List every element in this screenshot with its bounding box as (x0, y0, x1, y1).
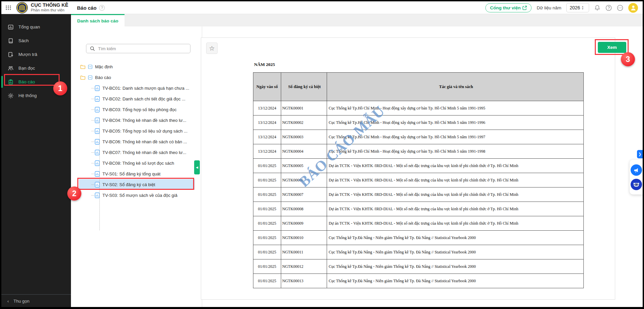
column-header-code: Số đăng ký cá biệt (281, 73, 327, 101)
cell-title: Cục Thống kê Tp.Đà Nẵng - Niên giám Thốn… (327, 259, 584, 274)
app-grid-icon[interactable] (5, 5, 11, 12)
search-input[interactable] (98, 46, 182, 51)
user-avatar[interactable] (628, 3, 638, 13)
page-title: Báo cáo (77, 5, 96, 11)
data-year-label: Dữ liệu năm (537, 5, 561, 10)
agency-logo-icon (16, 2, 28, 15)
sidebar-item-readers[interactable]: Bạn đọc (1, 61, 71, 75)
cell-date: 13/12/2024 (253, 115, 281, 130)
cell-date: 01/01/2025 (253, 187, 281, 202)
tree-report-label: TV-BC01: Danh sách mượn quá hạn chưa ... (102, 86, 189, 91)
notifications-bell-icon[interactable] (594, 5, 600, 11)
sidebar-item-reports[interactable]: Báo cáo (1, 75, 71, 89)
tree-report-label: TV-BC05: Tổng hợp số liệu sử dụng sách .… (102, 129, 187, 134)
sidebar-collapse-button[interactable]: ‹ Thu gọn (1, 294, 71, 304)
data-year-value[interactable] (567, 5, 581, 10)
library-portal-button[interactable]: Cổng thư viện (485, 3, 532, 12)
tree-report-item[interactable]: TV-BC08: Thống kê số lượt đọc sách (79, 158, 195, 168)
overview-chart-icon (8, 24, 14, 30)
cell-date: 01/01/2025 (253, 173, 281, 187)
chevron-left-icon: ‹ (7, 299, 9, 304)
star-icon: ☆ (209, 45, 215, 52)
sidebar-item-books[interactable]: Sách (1, 34, 71, 48)
cell-date: 13/12/2024 (253, 101, 281, 115)
cell-code: NGTK00006 (281, 173, 327, 187)
report-table-row: 01/01/2025 NGTK00007 Dự án TCTK - Viện K… (253, 187, 584, 202)
cell-date: 13/12/2024 (253, 130, 281, 144)
cell-title: Dự án TCTK - Viện KHTK /IRD-DIAL - Một s… (327, 202, 584, 216)
tree-report-item[interactable]: TV-S02: Sổ đăng ký cá biệt (79, 179, 195, 190)
report-table-row: 01/01/2025 NGTK00009 Dự án TCTK - Viện K… (253, 216, 584, 231)
report-table-row: 01/01/2025 NGTK00012 Cục Thống kê Tp.Đà … (253, 259, 584, 274)
brand-subtitle: Phần mềm thư viện (31, 8, 68, 12)
tree-folder-default[interactable]: Mặc định (79, 61, 195, 72)
brand-title: CỤC THỐNG KÊ (31, 2, 68, 8)
cell-code: NGTK00004 (281, 144, 327, 159)
announcements-button[interactable] (631, 164, 642, 176)
top-bar: CỤC THỐNG KÊ Phần mềm thư viện Báo cáo ?… (1, 1, 643, 14)
gear-icon (8, 93, 14, 99)
tree-report-item[interactable]: TV-BC06: Thống kê nhan đề sách có bản ..… (79, 136, 195, 147)
search-box[interactable] (86, 44, 190, 53)
sidebar-item-borrow-return[interactable]: Mượn trả (1, 48, 71, 61)
report-file-icon (95, 150, 100, 155)
tree-report-item[interactable]: TV-BC01: Danh sách mượn quá hạn chưa ... (79, 83, 195, 93)
sidebar-item-overview[interactable]: Tổng quan (1, 20, 71, 34)
tree-report-item[interactable]: TV-BC04: Thống kê nhan đề sách theo lư..… (79, 115, 195, 126)
cell-date: 01/01/2025 (253, 231, 281, 245)
view-report-button[interactable]: Xem (598, 42, 626, 53)
cell-code: NGTK00009 (281, 216, 327, 231)
tree-report-item[interactable]: TV-S01: Sổ đăng ký tổng quát (79, 168, 195, 179)
tree-report-label: TV-BC06: Thống kê nhan đề sách có bản ..… (102, 139, 187, 144)
tree-report-item[interactable]: TV-BC03: Tổng hợp số liệu phòng đọc (79, 104, 195, 115)
cell-code: NGTK00008 (281, 202, 327, 216)
tree-report-item[interactable]: TV-BC05: Tổng hợp số liệu sử dụng sách .… (79, 126, 195, 136)
tree-report-label: TV-BC02: Danh sách chi tiết độc giả đọc … (102, 96, 185, 101)
search-icon (90, 46, 95, 51)
chatbot-button[interactable] (631, 179, 642, 190)
cell-code: NGTK00012 (281, 259, 327, 274)
edge-expand-tab[interactable]: ❯ (637, 150, 643, 158)
tab-bar: Danh sách báo cáo (71, 14, 643, 26)
tree-report-label: TV-S01: Sổ đăng ký tổng quát (102, 171, 160, 176)
cell-date: 01/01/2025 (253, 245, 281, 259)
cell-title: Cục Thống kê Tp.Hồ Chí Minh - Hoạt động … (327, 144, 584, 159)
panel-collapse-handle[interactable]: ◀ (194, 160, 200, 174)
column-header-date: Ngày vào sổ (253, 73, 281, 101)
report-table-row: 13/12/2024 NGTK00001 Cục Thống kê Tp.Hồ … (253, 101, 584, 115)
cell-title: Cục Thống kê Tp.Đà Nẵng - Niên giám Thốn… (327, 274, 584, 288)
data-year-input[interactable]: ▲▼ (566, 3, 589, 12)
tree-report-item[interactable]: TV-BC07: Thống kê nhan đề sách theo lư..… (79, 147, 195, 158)
app-window: CỤC THỐNG KÊ Phần mềm thư viện Báo cáo ?… (0, 0, 644, 309)
cell-title: Dự án TCTK - Viện KHTK /IRD-DIAL - Một s… (327, 187, 584, 202)
page-help-icon[interactable]: ? (99, 5, 105, 11)
favorite-star-button[interactable]: ☆ (206, 43, 218, 54)
tab-report-list[interactable]: Danh sách báo cáo (71, 14, 125, 26)
report-table-row: 01/01/2025 NGTK00011 Cục Thống kê Tp.Đà … (253, 245, 584, 259)
year-stepper[interactable]: ▲▼ (581, 5, 585, 10)
floating-action-card (630, 160, 643, 195)
report-file-icon (95, 182, 100, 187)
help-circle-icon[interactable] (606, 5, 612, 11)
cell-title: Dự án TCTK - Viện KHTK /IRD-DIAL - Một s… (327, 173, 584, 187)
tree-folder-reports[interactable]: Báo cáo (79, 72, 195, 83)
report-clipboard-icon (8, 79, 14, 85)
report-file-icon (95, 96, 100, 102)
cell-title: Cục Thống kê Tp.Đà Nẵng - Niên giám Thốn… (327, 245, 584, 259)
sidebar-item-system[interactable]: Hệ thống (1, 89, 71, 102)
cell-date: 01/01/2025 (253, 159, 281, 173)
cell-code: NGTK00003 (281, 130, 327, 144)
tab-label: Danh sách báo cáo (77, 18, 118, 23)
tree-report-item[interactable]: TV-BC02: Danh sách chi tiết độc giả đọc … (79, 93, 195, 104)
report-file-icon (95, 118, 100, 123)
readers-people-icon (8, 65, 14, 71)
tree-report-item[interactable]: TV-S03: Sổ mượn sách về của độc giả (79, 190, 195, 201)
cell-title: Cục Thống kê Tp.Hồ Chí Minh - Hoạt động … (327, 115, 584, 130)
cell-code: NGTK00011 (281, 245, 327, 259)
report-file-icon (95, 160, 100, 166)
cell-date: 13/12/2024 (253, 144, 281, 159)
chevron-right-icon: ❯ (638, 152, 641, 156)
more-options-icon[interactable] (617, 5, 623, 11)
report-tree-panel: Mặc định Báo cáo TV-BC01: Danh sách mượn… (71, 26, 202, 307)
sidebar: Tổng quan Sách Mượn trả Bạn đọc Báo cáo … (1, 14, 71, 307)
